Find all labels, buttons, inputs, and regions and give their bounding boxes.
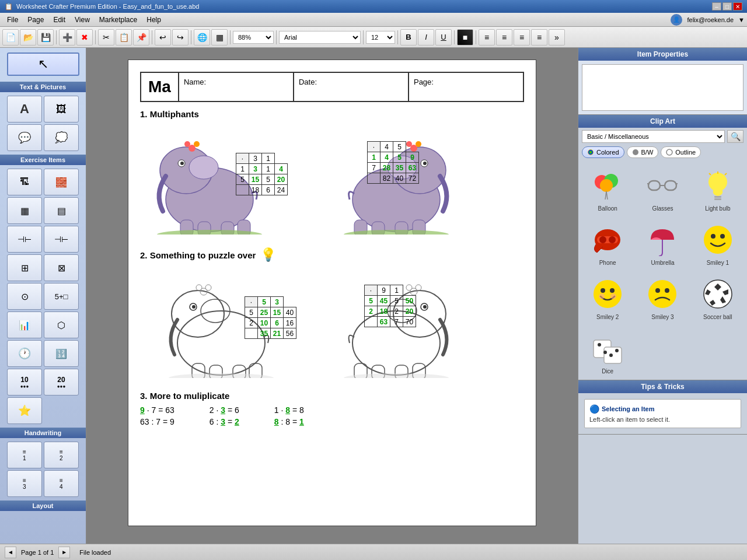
align-left-button[interactable]: ≡ — [479, 29, 495, 46]
clipart-smiley3[interactable]: Smiley 3 — [637, 272, 688, 323]
paste-button[interactable]: 📌 — [133, 29, 149, 46]
open-button[interactable]: 📂 — [20, 29, 36, 46]
svg-line-59 — [606, 191, 608, 200]
bw-filter-button[interactable]: B/W — [627, 146, 659, 158]
ten-tool[interactable]: 10●●● — [7, 369, 42, 396]
clipart-dice[interactable]: Dice — [582, 327, 633, 377]
view-button[interactable]: ▦ — [211, 29, 228, 46]
lines3-tool[interactable]: ≡3 — [7, 470, 42, 497]
clipart-balloon[interactable]: Balloon — [582, 164, 633, 215]
lines4-tool[interactable]: ≡4 — [44, 470, 79, 497]
clock-tool[interactable]: 🕐 — [7, 340, 42, 367]
new-button[interactable]: 📄 — [2, 29, 19, 46]
menu-marketplace[interactable]: Marketplace — [95, 15, 142, 25]
clipart-search-button[interactable]: 🔍 — [727, 130, 743, 143]
left-math-table: ·31 1314 515520 18624 — [236, 153, 288, 195]
connect-tool[interactable]: ⬡ — [44, 312, 79, 338]
join2-tool[interactable]: ⊣⊢ — [44, 226, 79, 253]
user-dropdown-icon[interactable]: ▼ — [738, 16, 745, 23]
app-icon: 📋 — [5, 3, 13, 10]
copy-button[interactable]: 📋 — [116, 29, 132, 46]
underline-button[interactable]: U — [435, 29, 452, 46]
picture-tool[interactable]: 🖼 — [44, 96, 79, 123]
circle-tool[interactable]: ⊙ — [7, 283, 42, 310]
close-button[interactable]: ✕ — [733, 2, 742, 10]
maximize-button[interactable]: □ — [722, 2, 732, 10]
exercise3-col3: 1 · 8 = 8 8 : 8 = 1 — [274, 405, 304, 426]
lines1-tool[interactable]: ≡1 — [7, 442, 42, 468]
separator-10 — [476, 30, 476, 44]
right-outline-container: ·91 545550 218220 63770 — [338, 267, 501, 384]
join-tool[interactable]: ⊣⊢ — [7, 226, 42, 253]
font-select[interactable]: Arial — [279, 31, 361, 44]
svg-point-84 — [648, 280, 676, 308]
zoom-select[interactable]: 88% — [233, 31, 274, 44]
umbrella-label: Umbrella — [651, 260, 674, 266]
chart-tool[interactable]: 📊 — [7, 312, 42, 338]
counter-tool[interactable]: 🔢 — [44, 340, 79, 367]
svg-point-78 — [720, 234, 725, 239]
svg-point-11 — [184, 141, 190, 147]
clipart-lightbulb[interactable]: Light bulb — [692, 164, 743, 215]
clipart-smiley1[interactable]: Smiley 1 — [692, 218, 743, 269]
network-tool[interactable]: ⊞ — [7, 254, 42, 281]
brick-tool[interactable]: 🧱 — [44, 169, 79, 195]
clipart-soccerball[interactable]: Soccer ball — [692, 272, 743, 323]
menu-help[interactable]: Help — [142, 15, 166, 25]
svg-point-57 — [600, 179, 613, 192]
clipart-umbrella[interactable]: Umbrella — [637, 218, 688, 269]
clipart-phone[interactable]: Phone — [582, 218, 633, 269]
outline-filter-button[interactable]: Outline — [661, 146, 701, 158]
menu-file[interactable]: File — [2, 15, 23, 25]
thought-bubble-tool[interactable]: 💭 — [44, 124, 79, 151]
add-button[interactable]: ➕ — [59, 29, 75, 46]
text-tool[interactable]: A — [7, 96, 42, 123]
cut-button[interactable]: ✂ — [98, 29, 114, 46]
content-area[interactable]: Ma Name: Date: Page: 1. Multiphants — [86, 48, 578, 544]
svg-point-77 — [711, 234, 715, 239]
delete-button[interactable]: ✖ — [76, 29, 93, 46]
next-page-button[interactable]: ► — [58, 547, 70, 558]
italic-button[interactable]: I — [418, 29, 434, 46]
save-button[interactable]: 💾 — [37, 29, 54, 46]
menu-view[interactable]: View — [70, 15, 95, 25]
special-button[interactable]: 🌐 — [194, 29, 210, 46]
grid-tool[interactable]: ▦ — [7, 197, 42, 224]
grid2-tool[interactable]: ▤ — [44, 197, 79, 224]
align-right-button[interactable]: ≡ — [514, 29, 530, 46]
svg-point-65 — [708, 173, 727, 191]
justify-button[interactable]: ≡ — [531, 29, 547, 46]
selector-tool[interactable]: ↖ — [7, 52, 79, 76]
table-tool[interactable]: 🏗 — [7, 169, 42, 195]
menu-edit[interactable]: Edit — [48, 15, 70, 25]
lines2-tool[interactable]: ≡2 — [44, 442, 79, 468]
redo-button[interactable]: ↪ — [172, 29, 189, 46]
page-container: Ma Name: Date: Page: 1. Multiphants — [86, 48, 578, 538]
lightbulb-image — [699, 167, 736, 204]
more-button[interactable]: » — [549, 29, 565, 46]
undo-button[interactable]: ↩ — [155, 29, 171, 46]
layout-label: Layout — [0, 501, 86, 511]
separator-5 — [230, 30, 231, 44]
size-select[interactable]: 12 — [366, 31, 395, 44]
math-line-4: 6 : 3 = 2 — [210, 417, 239, 426]
math-line-6: 8 : 8 = 1 — [274, 417, 304, 426]
speech-bubble-tool[interactable]: 💬 — [7, 124, 42, 151]
color-button[interactable]: ■ — [457, 29, 473, 46]
menu-bar: File Page Edit View Marketplace Help 👤 f… — [0, 13, 747, 27]
prev-page-button[interactable]: ◄ — [5, 547, 16, 558]
twenty-tool[interactable]: 20●●● — [44, 369, 79, 396]
align-center-button[interactable]: ≡ — [496, 29, 512, 46]
menu-page[interactable]: Page — [23, 15, 48, 25]
fiveplus-tool[interactable]: 5+□ — [44, 283, 79, 310]
clipart-smiley2[interactable]: Smiley 2 — [582, 272, 633, 323]
clipart-category-select[interactable]: Basic / Miscellaneous — [582, 130, 725, 143]
network2-tool[interactable]: ⊠ — [44, 254, 79, 281]
exercise3-col2: 2 · 3 = 6 6 : 3 = 2 — [210, 405, 239, 426]
star-tool[interactable]: ⭐ — [7, 397, 42, 424]
minimize-button[interactable]: – — [712, 2, 721, 10]
svg-rect-66 — [714, 196, 721, 198]
bold-button[interactable]: B — [400, 29, 417, 46]
colored-filter-button[interactable]: Colored — [582, 146, 624, 158]
clipart-glasses[interactable]: Glasses — [637, 164, 688, 215]
